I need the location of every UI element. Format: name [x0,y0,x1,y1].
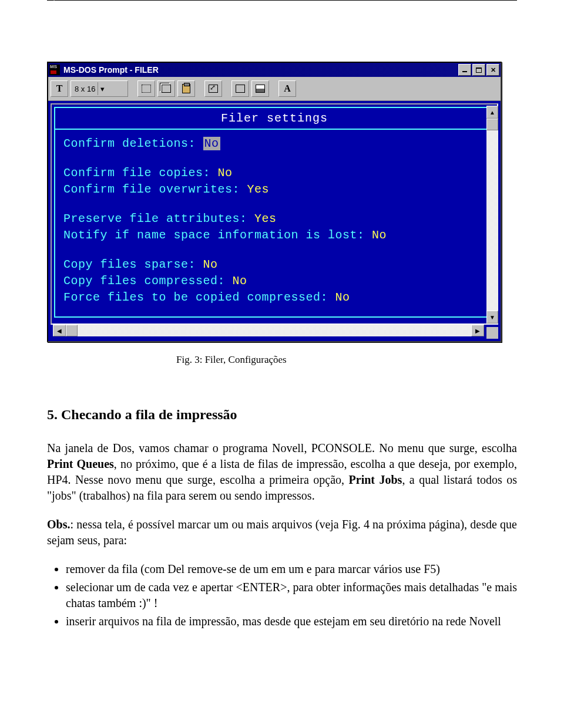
section-heading: 5. Checando a fila de impressão [47,407,517,423]
bullet-list: remover da fila (com Del remove-se de um… [47,561,517,629]
maximize-button[interactable] [472,64,485,76]
font-size-value: 8 x 16 [75,85,95,93]
list-item: inserir arquivos na fila de impressão, m… [66,614,517,629]
close-button[interactable] [486,64,499,76]
dos-setting-value[interactable]: Yes [247,183,270,196]
font-size-selector[interactable]: 8 x 16 ▾ [70,80,128,97]
page-header-left: ...ções básicas sobre ... [47,0,111,1]
dos-setting-value[interactable]: No [233,274,247,288]
scroll-down-icon[interactable]: ▼ [486,311,498,323]
dos-setting-row[interactable]: Copy files compressed: No [63,273,485,289]
paragraph-2: Obs.: nessa tela, é possível marcar um o… [47,517,517,548]
scroll-left-icon[interactable]: ◀ [53,325,66,336]
dos-setting-row[interactable]: Preserve file attributes: Yes [63,211,485,227]
paragraph-1: Na janela de Dos, vamos chamar o program… [47,440,517,504]
dos-setting-value[interactable]: No [372,228,387,242]
dos-panel-title: Filer settings [55,108,494,130]
font-a-button[interactable]: A [278,80,296,97]
copy-button[interactable] [157,80,175,97]
dos-setting-value[interactable]: No [203,258,218,271]
dos-setting-row[interactable]: Copy files sparse: No [63,257,485,273]
dos-setting-value[interactable]: Yes [254,212,277,225]
figure-caption: Fig. 3: Filer, Configurações [176,354,517,366]
paste-button[interactable] [177,80,195,97]
dos-setting-row[interactable]: Confirm file overwrites: Yes [63,181,485,198]
dos-setting-row[interactable]: Confirm file copies: No [63,165,485,181]
figure-screenshot: MS-DOS Prompt - FILER T 8 x 16 ▾ [47,62,517,366]
scroll-thumb[interactable] [486,119,498,130]
minimize-button[interactable] [458,64,471,76]
properties-button[interactable] [231,80,249,97]
background-button[interactable] [251,80,269,97]
toolbar: T 8 x 16 ▾ A [48,77,501,101]
scroll-thumb-h[interactable] [66,325,78,336]
list-item: selecionar um de cada vez e apertar <ENT… [66,579,517,611]
window-titlebar[interactable]: MS-DOS Prompt - FILER [48,63,501,77]
scroll-right-icon[interactable]: ▶ [471,325,484,336]
dos-setting-row[interactable]: Confirm deletions: No [63,136,485,152]
resize-grip[interactable] [486,327,498,339]
dos-setting-value[interactable]: No [218,166,233,180]
vertical-scrollbar[interactable]: ▲ ▼ [486,106,498,323]
mark-button[interactable] [137,80,155,97]
dos-setting-row[interactable]: Notify if name space information is lost… [63,227,485,244]
fullscreen-button[interactable] [204,80,222,97]
scroll-up-icon[interactable]: ▲ [486,106,498,119]
msdos-icon[interactable] [49,65,60,75]
font-t-button[interactable]: T [51,80,68,97]
chevron-down-icon[interactable]: ▾ [98,82,106,95]
window-title: MS-DOS Prompt - FILER [63,65,457,75]
horizontal-scrollbar[interactable]: ◀ ▶ [53,325,484,336]
list-item: remover da fila (com Del remove-se de um… [66,561,517,577]
dos-panel: Filer settings Confirm deletions: NoConf… [54,107,495,318]
dos-setting-value[interactable]: No [203,137,220,150]
dos-setting-value[interactable]: No [335,291,350,304]
dos-setting-row[interactable]: Force files to be copied compressed: No [63,289,485,306]
